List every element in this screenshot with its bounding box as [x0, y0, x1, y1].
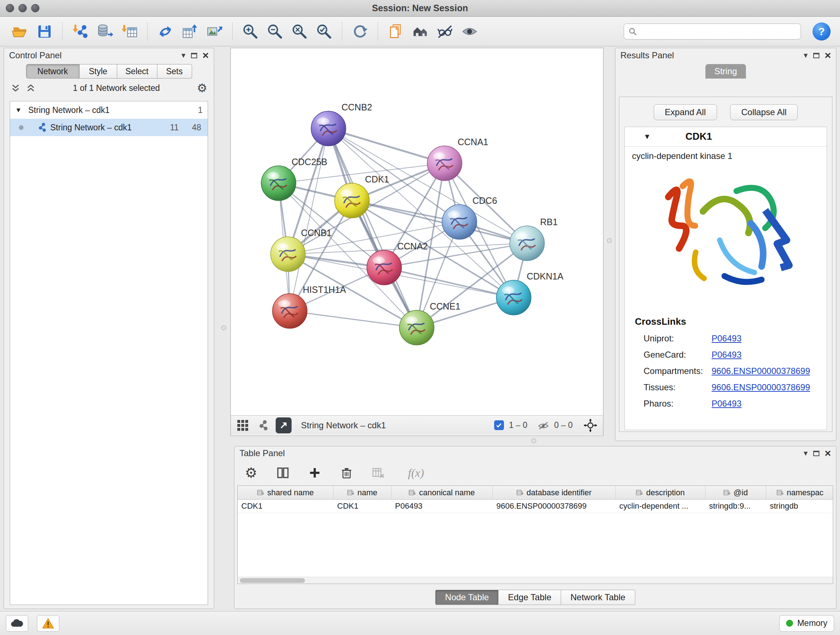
tree-row-network[interactable]: String Network – cdk1 11 48	[10, 119, 208, 136]
panel-menu-icon[interactable]: ▾	[804, 51, 807, 59]
import-network-file-button[interactable]	[70, 20, 91, 43]
splitter-handle[interactable]	[607, 238, 612, 243]
network-node-CCNA1[interactable]	[427, 146, 462, 181]
import-network-database-button[interactable]	[95, 20, 115, 43]
clone-network-button[interactable]	[385, 20, 406, 43]
close-panel-icon[interactable]: ×	[824, 50, 831, 61]
column-header-description[interactable]: description	[616, 486, 706, 499]
network-edge[interactable]	[384, 268, 514, 298]
network-node-CCNB1[interactable]	[271, 237, 305, 272]
float-panel-icon[interactable]	[191, 53, 197, 58]
cloud-status-button[interactable]	[6, 615, 28, 632]
genecard-link[interactable]: P06493	[712, 350, 742, 360]
close-panel-icon[interactable]: ×	[824, 448, 831, 459]
delete-column-button[interactable]	[338, 464, 355, 481]
gene-name: CDK1	[685, 131, 712, 142]
show-columns-button[interactable]	[274, 464, 292, 481]
network-node-RB1[interactable]	[510, 226, 545, 261]
gear-icon[interactable]: ⚙	[197, 82, 207, 94]
scrollbar-thumb[interactable]	[240, 578, 305, 583]
panel-menu-icon[interactable]: ▾	[804, 449, 807, 457]
home-layout-button[interactable]	[410, 20, 431, 43]
table-settings-button[interactable]: ⚙	[242, 464, 260, 481]
tab-node-table[interactable]: Node Table	[435, 590, 499, 605]
add-column-button[interactable]	[306, 464, 324, 481]
network-node-CDK1[interactable]	[335, 183, 369, 218]
string-results-tab[interactable]: String	[706, 64, 746, 79]
column-header-shared-name[interactable]: shared name	[238, 486, 333, 499]
column-header-canonical-name[interactable]: canonical name	[392, 486, 493, 499]
gene-section-header[interactable]: ▼ CDK1	[625, 127, 827, 147]
network-edge[interactable]	[290, 311, 417, 328]
help-button[interactable]: ?	[813, 22, 831, 41]
network-node-CDKN1A[interactable]	[496, 280, 531, 315]
network-canvas[interactable]: CCNB2CCNA1CDC25BCDK1CDC6RB1CCNB1CCNA2CDK…	[231, 48, 603, 415]
column-header-namespac[interactable]: namespac	[766, 486, 833, 499]
tab-select[interactable]: Select	[117, 64, 157, 79]
float-panel-icon[interactable]	[813, 451, 819, 456]
tab-network-table[interactable]: Network Table	[561, 590, 635, 605]
network-node-CDC6[interactable]	[442, 204, 477, 239]
network-edge[interactable]	[328, 128, 417, 328]
export-network-arrows-button[interactable]	[155, 20, 176, 43]
tab-network[interactable]: Network	[26, 64, 80, 79]
column-header--id[interactable]: @id	[706, 486, 766, 499]
network-node-CCNE1[interactable]	[399, 310, 434, 345]
apply-layout-button[interactable]	[349, 20, 370, 43]
share-view-icon[interactable]	[256, 419, 268, 432]
network-edge[interactable]	[328, 128, 445, 163]
close-window-button[interactable]	[6, 4, 14, 12]
expand-all-icon[interactable]	[26, 83, 36, 93]
compartments-link[interactable]: 9606.ENSP00000378699	[712, 366, 810, 376]
detach-view-button[interactable]	[276, 417, 292, 433]
column-header-name[interactable]: name	[333, 486, 392, 499]
warnings-button[interactable]	[37, 615, 59, 632]
zoom-selected-button[interactable]	[314, 20, 335, 43]
grid-view-icon[interactable]	[237, 419, 249, 432]
memory-button[interactable]: Memory	[779, 615, 834, 632]
network-node-HIST1H1A[interactable]	[272, 294, 307, 328]
network-node-CDC25B[interactable]	[261, 166, 296, 201]
delete-table-button[interactable]	[370, 464, 387, 481]
collapse-all-button[interactable]: Collapse All	[730, 104, 798, 120]
zoom-window-button[interactable]	[31, 4, 39, 12]
import-table-file-button[interactable]	[119, 20, 140, 43]
float-panel-icon[interactable]	[813, 53, 819, 58]
export-table-button[interactable]	[180, 20, 201, 43]
tab-style[interactable]: Style	[80, 64, 117, 79]
network-node-CCNB2[interactable]	[311, 111, 346, 146]
graphics-details-button[interactable]	[459, 20, 480, 43]
splitter-handle[interactable]	[531, 439, 536, 443]
enhanced-labels-toggle-button[interactable]	[434, 20, 455, 43]
tissues-link[interactable]: 9606.ENSP00000378699	[712, 382, 810, 393]
zoom-in-button[interactable]	[240, 20, 261, 43]
crosshair-icon[interactable]	[584, 418, 597, 432]
search-input[interactable]	[640, 27, 796, 36]
panel-menu-icon[interactable]: ▾	[181, 51, 185, 59]
uniprot-link[interactable]: P06493	[712, 333, 742, 344]
splitter-handle[interactable]	[221, 325, 226, 330]
table-row[interactable]: CDK1CDK1P064939606.ENSP00000378699cyclin…	[238, 500, 833, 513]
minimize-window-button[interactable]	[19, 4, 27, 12]
zoom-out-button[interactable]	[264, 20, 286, 43]
close-panel-icon[interactable]: ×	[202, 50, 209, 61]
horizontal-scrollbar[interactable]	[238, 577, 833, 584]
tree-expander-icon[interactable]: ▼	[15, 106, 25, 114]
selected-checkbox[interactable]	[494, 420, 504, 430]
hidden-eye-slash-icon	[538, 420, 549, 431]
open-session-button[interactable]	[9, 20, 30, 43]
function-builder-button[interactable]: f(x)	[401, 464, 431, 481]
zoom-fit-button[interactable]	[289, 20, 310, 43]
network-edge[interactable]	[290, 128, 328, 311]
tab-sets[interactable]: Sets	[157, 64, 192, 79]
collapse-all-icon[interactable]	[11, 83, 21, 93]
tree-row-collection[interactable]: ▼ String Network – cdk1 1	[10, 101, 208, 119]
column-header-database-identifier[interactable]: database identifier	[493, 486, 616, 499]
expand-all-button[interactable]: Expand All	[654, 104, 717, 120]
collapse-gene-icon[interactable]: ▼	[644, 133, 651, 141]
tab-edge-table[interactable]: Edge Table	[499, 590, 561, 605]
save-session-button[interactable]	[34, 20, 55, 43]
export-image-button[interactable]	[204, 20, 225, 43]
pharos-link[interactable]: P06493	[712, 399, 742, 409]
network-node-CCNA2[interactable]	[367, 250, 401, 285]
